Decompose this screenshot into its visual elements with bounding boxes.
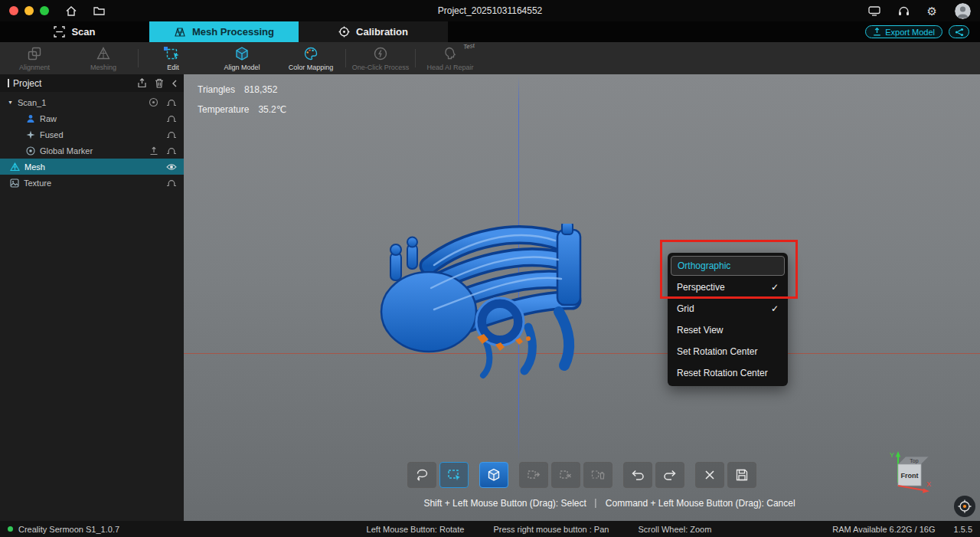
tool-alignment[interactable]: Alignment bbox=[0, 42, 69, 74]
tree-item-scan-1[interactable]: ▼ Scan_1 bbox=[0, 94, 184, 110]
check-icon: ✓ bbox=[771, 303, 779, 314]
collapse-panel-icon[interactable] bbox=[172, 80, 177, 87]
tree-item-global-marker[interactable]: Global Marker bbox=[0, 142, 184, 159]
tool-one-click-process[interactable]: One-Click Process bbox=[346, 42, 415, 74]
hint-zoom: Scroll Wheel: Zoom bbox=[638, 525, 711, 534]
rotation-center-button[interactable] bbox=[954, 496, 975, 517]
visibility-eye-icon[interactable] bbox=[166, 163, 177, 171]
redo-button[interactable] bbox=[655, 462, 684, 488]
close-x-icon bbox=[704, 469, 716, 481]
edit-icon bbox=[165, 46, 181, 61]
viewport-3d[interactable]: Triangles818,352 Temperature35.2℃ Orthog… bbox=[184, 74, 980, 521]
tab-mesh-processing-label: Mesh Processing bbox=[192, 26, 274, 38]
tool-one-click-process-label: One-Click Process bbox=[352, 64, 410, 71]
connection-status-dot bbox=[8, 526, 13, 532]
selection-clear-icon bbox=[558, 467, 573, 483]
selection-delete-icon bbox=[590, 467, 606, 483]
home-button[interactable] bbox=[66, 6, 77, 16]
orientation-gizmo[interactable]: Y Top Front X bbox=[887, 449, 934, 498]
stage-action-icon[interactable] bbox=[166, 114, 177, 123]
tabbar-actions: Export Model bbox=[865, 21, 980, 42]
maximize-window-button[interactable] bbox=[40, 6, 49, 15]
tab-scan[interactable]: Scan bbox=[0, 21, 149, 42]
tool-meshing[interactable]: Meshing bbox=[69, 42, 138, 74]
cube-select-mode-button[interactable] bbox=[479, 462, 508, 488]
cube-icon bbox=[486, 467, 501, 483]
marker-icon bbox=[26, 146, 35, 156]
tab-calibration[interactable]: Calibration bbox=[299, 21, 448, 42]
tree-item-label: Raw bbox=[40, 114, 57, 123]
tree-item-fused[interactable]: Fused bbox=[0, 126, 184, 142]
tree-item-label: Scan_1 bbox=[18, 98, 46, 107]
hint-pan: Press right mouse button : Pan bbox=[493, 525, 609, 534]
row-actions bbox=[166, 114, 184, 123]
viewport-stats: Triangles818,352 Temperature35.2℃ bbox=[198, 80, 286, 120]
menu-item-grid[interactable]: Grid ✓ bbox=[668, 298, 788, 319]
tool-color-mapping[interactable]: Color Mapping bbox=[276, 42, 345, 74]
menu-item-set-rotation-center[interactable]: Set Rotation Center bbox=[668, 341, 788, 362]
row-actions bbox=[149, 97, 184, 107]
cancel-edit-button[interactable] bbox=[695, 462, 724, 488]
tree-item-label: Global Marker bbox=[40, 146, 93, 156]
caret-down-icon[interactable]: ▼ bbox=[8, 100, 13, 105]
stage-action-icon[interactable] bbox=[166, 178, 177, 187]
color-mapping-icon bbox=[303, 46, 318, 61]
share-button[interactable] bbox=[949, 25, 969, 38]
menu-item-orthographic[interactable]: Orthographic bbox=[671, 256, 785, 276]
menu-item-label: Reset Rotation Center bbox=[677, 368, 768, 378]
lasso-select-button[interactable] bbox=[407, 462, 436, 488]
target-icon bbox=[958, 499, 972, 513]
menu-item-reset-view[interactable]: Reset View bbox=[668, 319, 788, 341]
gizmo-cube-icon: Y Top Front X bbox=[887, 449, 934, 498]
project-panel: Project ▼ Scan_1 Raw bbox=[0, 74, 184, 521]
tool-edit[interactable]: Edit bbox=[139, 42, 207, 74]
stage-action-icon[interactable] bbox=[166, 130, 177, 139]
selection-delete-button[interactable] bbox=[583, 462, 612, 488]
export-model-label: Export Model bbox=[885, 28, 935, 37]
support-button[interactable] bbox=[898, 6, 910, 16]
avatar[interactable] bbox=[955, 3, 971, 19]
raw-data-icon bbox=[26, 114, 35, 123]
hint-divider bbox=[596, 499, 596, 508]
settings-button[interactable]: ⚙ bbox=[927, 5, 937, 17]
tab-mesh-processing[interactable]: Mesh Processing bbox=[149, 21, 299, 42]
tool-head-ai-repair[interactable]: Test Head AI Repair bbox=[416, 42, 485, 74]
record-dot-icon[interactable] bbox=[149, 97, 158, 107]
tree-item-mesh[interactable]: Mesh bbox=[0, 159, 184, 175]
export-project-icon[interactable] bbox=[137, 78, 147, 88]
minimize-window-button[interactable] bbox=[24, 6, 34, 15]
tree-item-label: Texture bbox=[24, 178, 51, 188]
stage-action-icon[interactable] bbox=[166, 146, 177, 155]
upload-marker-icon[interactable] bbox=[149, 146, 158, 156]
tool-align-model[interactable]: Align Model bbox=[207, 42, 276, 74]
mouse-hints: Left Mouse Button: Rotate Press right mo… bbox=[367, 525, 712, 534]
selection-clear-button[interactable] bbox=[551, 462, 580, 488]
device-button[interactable] bbox=[868, 6, 880, 16]
menu-item-reset-rotation-center[interactable]: Reset Rotation Center bbox=[668, 362, 788, 384]
menu-item-perspective[interactable]: Perspective ✓ bbox=[668, 277, 788, 298]
tree-item-raw[interactable]: Raw bbox=[0, 110, 184, 126]
model-mesh bbox=[364, 224, 616, 385]
close-window-button[interactable] bbox=[9, 6, 18, 15]
test-badge: Test bbox=[463, 42, 475, 51]
rect-select-button[interactable] bbox=[439, 462, 469, 488]
tree-item-texture[interactable]: Texture bbox=[0, 175, 184, 191]
device-status: Creality Sermoon S1_1.0.7 bbox=[8, 525, 119, 534]
undo-button[interactable] bbox=[623, 462, 652, 488]
apply-save-button[interactable] bbox=[727, 462, 756, 488]
meshing-icon bbox=[96, 46, 111, 61]
export-model-button[interactable]: Export Model bbox=[865, 25, 942, 38]
window-controls bbox=[9, 6, 49, 15]
stage-action-icon[interactable] bbox=[166, 98, 177, 106]
texture-data-icon bbox=[10, 178, 19, 188]
device-icon bbox=[868, 6, 880, 16]
system-status: RAM Available 6.22G / 16G 1.5.5 bbox=[832, 525, 972, 534]
active-indicator-dot bbox=[164, 47, 168, 51]
check-icon: ✓ bbox=[771, 282, 779, 293]
project-panel-title: Project bbox=[13, 78, 41, 89]
delete-project-icon[interactable] bbox=[155, 78, 164, 88]
titlebar-actions: ⚙ bbox=[868, 3, 971, 19]
selection-expand-button[interactable] bbox=[519, 462, 548, 488]
projects-folder-button[interactable] bbox=[93, 6, 105, 15]
undo-icon bbox=[630, 469, 645, 482]
